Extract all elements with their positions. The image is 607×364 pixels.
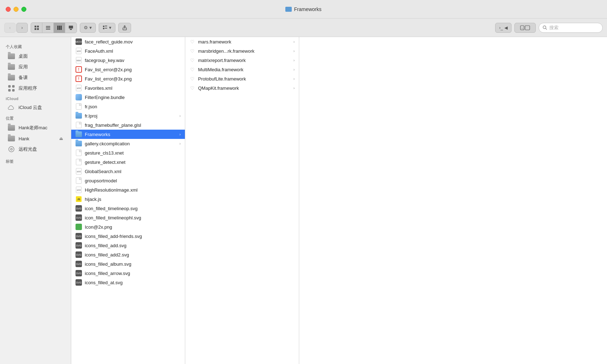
png-error-icon: ! bbox=[76, 66, 82, 73]
file-name: Favorites.xml bbox=[85, 85, 181, 91]
sidebar-item-hank[interactable]: Hank ⏏ bbox=[2, 133, 69, 144]
file-item[interactable]: xmlFaceAuth.xml bbox=[71, 46, 185, 56]
file-item[interactable]: SVGicons_filled_album.svg bbox=[71, 259, 185, 269]
file-item[interactable]: !Fav_list_error@3x.png bbox=[71, 74, 185, 83]
file-item[interactable]: Frameworks› bbox=[71, 130, 185, 139]
framework-item[interactable]: ♡QMapKit.framework› bbox=[185, 83, 299, 93]
forward-button[interactable]: › bbox=[16, 23, 28, 33]
framework-item[interactable]: ♡mars.framework› bbox=[185, 37, 299, 46]
file-item[interactable]: SVGicons_filled_add-friends.svg bbox=[71, 232, 185, 241]
svg-text:⌂: ⌂ bbox=[522, 27, 523, 30]
js-icon: JS bbox=[76, 196, 82, 202]
file-item[interactable]: gesture_detect.xnet bbox=[71, 157, 185, 167]
green-img-icon bbox=[76, 224, 82, 230]
file-item[interactable]: xmlGlobalSearch.xml bbox=[71, 167, 185, 176]
sidebar-item-applications[interactable]: 应用程序 bbox=[2, 83, 69, 94]
arrange-button[interactable]: ▾ bbox=[99, 23, 115, 33]
view-cover-button[interactable] bbox=[65, 23, 77, 33]
file-item[interactable]: SVGicon_filled_timelineophl.svg bbox=[71, 213, 185, 222]
file-item[interactable]: fr.lproj› bbox=[71, 111, 185, 120]
chevron-right-icon: › bbox=[180, 132, 181, 136]
file-item[interactable]: !Fav_list_error@2x.png bbox=[71, 65, 185, 74]
file-item[interactable]: SVGicons_filled_arrow.svg bbox=[71, 269, 185, 278]
file-item[interactable]: SVGicons_filled_add2.svg bbox=[71, 250, 185, 259]
sidebar-item-icloud-drive[interactable]: iCloud 云盘 bbox=[2, 102, 69, 113]
file-name: Fav_list_error@3x.png bbox=[85, 76, 181, 82]
view-column-button[interactable] bbox=[54, 23, 65, 33]
empty-column bbox=[299, 37, 607, 364]
file-item[interactable]: JShijack.js bbox=[71, 194, 185, 204]
file-name: Fav_list_error@2x.png bbox=[85, 67, 181, 72]
svg-rect-18 bbox=[525, 26, 530, 30]
heart-icon: ♡ bbox=[190, 39, 195, 45]
svg-rect-13 bbox=[105, 26, 107, 26]
chevron-right-icon: › bbox=[180, 114, 181, 118]
sidebar-item-remote-disk[interactable]: 远程光盘 bbox=[2, 144, 69, 155]
view-icon-button[interactable] bbox=[31, 23, 42, 33]
sidebar-item-backup[interactable]: 备课 bbox=[2, 72, 69, 83]
svg-rect-11 bbox=[70, 29, 72, 30]
minimize-button[interactable] bbox=[14, 7, 19, 12]
svg-rect-6 bbox=[46, 29, 50, 30]
framework-item[interactable]: ♡ProtobufLite.framework› bbox=[185, 74, 299, 83]
file-item[interactable]: SVGicons_filled_at.svg bbox=[71, 278, 185, 287]
sidebar-item-label: Hank老师mac bbox=[19, 125, 47, 131]
search-box[interactable]: 搜索 bbox=[539, 23, 603, 33]
framework-item[interactable]: ♡MultiMedia.framework› bbox=[185, 65, 299, 74]
file-item[interactable]: groupsortmodel bbox=[71, 176, 185, 185]
window-controls bbox=[6, 7, 26, 12]
file-item[interactable]: xmlHighResolutionImage.xml bbox=[71, 185, 185, 194]
file-item[interactable]: FilterEngine.bundle bbox=[71, 93, 185, 102]
file-name: icons_filled_album.svg bbox=[85, 261, 181, 267]
file-item[interactable]: gesture_cls13.xnet bbox=[71, 148, 185, 157]
sidebar-item-label: Hank bbox=[19, 136, 56, 141]
file-item[interactable]: wavfacegroup_key.wav bbox=[71, 56, 185, 65]
applications-icon bbox=[8, 85, 15, 92]
file-item[interactable]: frag_framebuffer_plane.glsl bbox=[71, 120, 185, 130]
sidebar-item-label: 桌面 bbox=[19, 53, 28, 59]
sidebar-item-desktop[interactable]: 桌面 bbox=[2, 51, 69, 62]
xml-icon: xml bbox=[76, 85, 82, 91]
share-button[interactable] bbox=[118, 23, 131, 33]
back-button[interactable]: ‹ bbox=[4, 23, 16, 33]
file-item[interactable]: MOVface_reflect_guide.mov bbox=[71, 37, 185, 46]
arrange-chevron: ▾ bbox=[109, 25, 111, 30]
maximize-button[interactable] bbox=[21, 7, 26, 12]
svg-rect-1 bbox=[37, 26, 39, 27]
sidebar-item-hank-mac[interactable]: Hank老师mac bbox=[2, 123, 69, 133]
eject-icon[interactable]: ⏏ bbox=[59, 136, 63, 141]
file-item[interactable]: gallery.ckcomplication› bbox=[71, 139, 185, 148]
svg-rect-22 bbox=[8, 85, 11, 88]
file-item[interactable]: xmlFavorites.xml bbox=[71, 83, 185, 93]
desktop-icon bbox=[8, 53, 15, 60]
framework-name: QMapKit.framework bbox=[198, 85, 291, 91]
svg-rect-9 bbox=[61, 26, 62, 30]
settings-button[interactable]: ⚙ ▾ bbox=[80, 23, 96, 33]
file-item[interactable]: Icon@2x.png bbox=[71, 222, 185, 232]
view-list-button[interactable] bbox=[42, 23, 54, 33]
chevron-right-icon: › bbox=[294, 58, 295, 62]
path-button[interactable]: ⌂ bbox=[514, 23, 536, 33]
main-content: 个人收藏 桌面 应用 备课 bbox=[0, 37, 607, 364]
apps-icon bbox=[8, 63, 15, 71]
wav-icon: wav bbox=[76, 57, 82, 63]
framework-item[interactable]: ♡matrixreport.framework› bbox=[185, 56, 299, 65]
svg-rect-24 bbox=[8, 89, 11, 92]
close-button[interactable] bbox=[6, 7, 11, 12]
file-name: icons_filled_add2.svg bbox=[85, 252, 181, 258]
toolbar: ‹ › bbox=[0, 19, 607, 37]
framework-item[interactable]: ♡marsbridgen...rk.framework› bbox=[185, 46, 299, 56]
file-item[interactable]: SVGicons_filled_add.svg bbox=[71, 241, 185, 250]
file-name: facegroup_key.wav bbox=[85, 58, 181, 63]
hank-mac-icon bbox=[8, 124, 15, 131]
file-item[interactable]: SVGicon_filled_timelineop.svg bbox=[71, 204, 185, 213]
xml-icon: xml bbox=[76, 48, 82, 54]
terminal-button[interactable]: ›_ ◀ bbox=[495, 23, 512, 33]
file-name: FilterEngine.bundle bbox=[85, 95, 181, 100]
chevron-right-icon: › bbox=[294, 86, 295, 90]
bundle-icon bbox=[76, 94, 82, 100]
sidebar-item-apps[interactable]: 应用 bbox=[2, 62, 69, 72]
svg-rect-14 bbox=[103, 28, 104, 29]
file-item[interactable]: fr.json bbox=[71, 102, 185, 111]
framework-name: MultiMedia.framework bbox=[198, 67, 291, 72]
